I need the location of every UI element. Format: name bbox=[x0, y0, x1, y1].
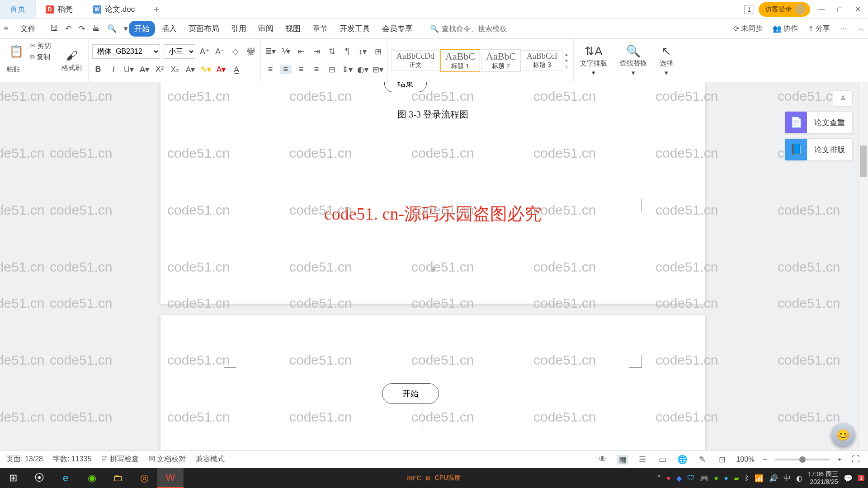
outdent-icon[interactable]: ⇤ bbox=[295, 47, 307, 56]
zoom-in[interactable]: + bbox=[838, 455, 842, 464]
tray-icon[interactable]: ● bbox=[714, 474, 719, 482]
tray-icon[interactable]: ● bbox=[666, 474, 671, 482]
view-web-icon[interactable]: 🌐 bbox=[676, 455, 688, 465]
style-down-icon[interactable]: ▾ bbox=[565, 57, 568, 64]
fullscreen-icon[interactable]: ⛶ bbox=[850, 455, 862, 464]
redo-icon[interactable]: ↷ bbox=[79, 24, 85, 33]
share-button[interactable]: ⇪ 分享 bbox=[808, 24, 830, 33]
highlight-icon[interactable]: ✎▾ bbox=[200, 65, 212, 75]
style-h1[interactable]: AaBbC标题 1 bbox=[440, 49, 480, 72]
bullets-icon[interactable]: ≣▾ bbox=[264, 47, 276, 56]
task-wps[interactable]: W bbox=[157, 468, 184, 488]
view-read-icon[interactable]: ▭ bbox=[656, 455, 668, 465]
menu-member[interactable]: 会员专享 bbox=[377, 21, 418, 37]
shrink-font-icon[interactable]: A⁻ bbox=[214, 47, 226, 56]
eye-icon[interactable]: 👁 bbox=[597, 455, 609, 464]
font-size-select[interactable]: 小三 bbox=[164, 44, 195, 59]
new-tab-button[interactable]: + bbox=[145, 0, 168, 19]
task-edge[interactable]: ◉ bbox=[79, 468, 105, 488]
print-icon[interactable]: 🖶 bbox=[92, 24, 100, 33]
spell-check[interactable]: ☑ 拼写检查 bbox=[101, 455, 138, 464]
menu-chapter[interactable]: 章节 bbox=[307, 21, 333, 37]
menu-file[interactable]: 文件 bbox=[15, 21, 41, 37]
cut-button[interactable]: ✂ 剪切 bbox=[30, 42, 51, 50]
overflow-icon[interactable]: ⋯ bbox=[840, 24, 847, 33]
wifi-icon[interactable]: 📶 bbox=[755, 474, 764, 483]
menu-insert[interactable]: 插入 bbox=[156, 21, 182, 37]
find-replace[interactable]: 🔍查找替换▾ bbox=[617, 42, 650, 79]
tray-icon[interactable]: 🎮 bbox=[700, 474, 709, 483]
sync-status[interactable]: ⟳ 未同步 bbox=[733, 24, 763, 33]
paragraph-mark-icon[interactable]: ¶ bbox=[341, 47, 353, 56]
style-h3[interactable]: AaBbCcI标题 3 bbox=[522, 50, 562, 70]
doc-proof[interactable]: ☒ 文档校对 bbox=[149, 455, 186, 464]
collab-button[interactable]: 👥 协作 bbox=[773, 24, 798, 33]
phonetic-icon[interactable]: 變 bbox=[245, 46, 257, 57]
numbering-icon[interactable]: ⅟▾ bbox=[280, 47, 292, 56]
paper-check-card[interactable]: 📄论文查重 bbox=[785, 111, 853, 134]
guest-login[interactable]: 访客登录 bbox=[759, 2, 810, 17]
collapse-ribbon-icon[interactable]: ︿ bbox=[857, 24, 864, 33]
linespace-top-icon[interactable]: ↕▾ bbox=[357, 47, 368, 56]
zoom-out[interactable]: − bbox=[763, 455, 767, 464]
tabstop-icon[interactable]: ⊞ bbox=[372, 47, 384, 56]
search-input[interactable] bbox=[442, 25, 532, 33]
badge-count[interactable]: 1 bbox=[744, 5, 754, 14]
paper-layout-card[interactable]: 📘论文排版 bbox=[785, 138, 853, 161]
view-outline-icon[interactable]: ☰ bbox=[637, 455, 648, 465]
tray-icon[interactable]: ● bbox=[724, 474, 728, 482]
view-page-icon[interactable]: ▦ bbox=[617, 455, 628, 465]
notification-icon[interactable]: 💬 bbox=[844, 474, 853, 483]
style-h2[interactable]: AaBbC标题 2 bbox=[481, 49, 521, 72]
ime-icon[interactable]: 中 bbox=[783, 474, 791, 483]
line-spacing-icon[interactable]: ⇕▾ bbox=[341, 65, 353, 75]
menu-references[interactable]: 引用 bbox=[226, 21, 252, 37]
tray-up-icon[interactable]: ˄ bbox=[657, 474, 661, 483]
task-app[interactable]: ◎ bbox=[131, 468, 157, 488]
document-area[interactable]: 结束 图 3-3 登录流程图 code51. cn-源码乐园盗图必究 9 开始 … bbox=[0, 82, 858, 468]
menu-start[interactable]: 开始 bbox=[129, 21, 155, 37]
maximize-button[interactable]: ◻ bbox=[833, 3, 846, 16]
system-clock[interactable]: 17:06 周三2021/8/25 bbox=[808, 470, 838, 486]
align-center-icon[interactable]: ≡ bbox=[280, 65, 292, 74]
font-family-select[interactable]: 楷体_GB2312 bbox=[92, 44, 160, 59]
tray-shield-icon[interactable]: 🛡 bbox=[687, 474, 694, 482]
align-right-icon[interactable]: ≡ bbox=[295, 65, 307, 74]
zoom-slider[interactable] bbox=[775, 459, 830, 460]
page-indicator[interactable]: 页面: 13/28 bbox=[6, 455, 43, 464]
start-button[interactable]: ⊞ bbox=[0, 468, 26, 488]
zoom-level[interactable]: 100% bbox=[736, 455, 755, 464]
hamburger-icon[interactable]: ≡ bbox=[4, 24, 9, 33]
underline-icon[interactable]: U▾ bbox=[123, 65, 135, 75]
command-search[interactable]: 🔍 bbox=[430, 24, 532, 33]
tray-icon[interactable]: ◆ bbox=[676, 474, 682, 483]
font-color-icon[interactable]: A▾ bbox=[215, 65, 227, 75]
strike-icon[interactable]: A̶▾ bbox=[138, 65, 150, 75]
paste-button[interactable]: 📋 bbox=[6, 42, 26, 60]
clear-format-icon[interactable]: ◇ bbox=[230, 47, 241, 56]
superscript-icon[interactable]: X² bbox=[154, 65, 165, 74]
close-button[interactable]: ✕ bbox=[851, 3, 864, 16]
italic-icon[interactable]: I bbox=[108, 65, 119, 74]
text-effect-icon[interactable]: A▾ bbox=[184, 65, 196, 75]
tab-home[interactable]: 首页 bbox=[0, 0, 36, 19]
char-border-icon[interactable]: A̲ bbox=[231, 65, 242, 75]
style-up-icon[interactable]: ▴ bbox=[565, 51, 568, 57]
task-ie[interactable]: e bbox=[52, 468, 79, 488]
more-qat-icon[interactable]: ▾ bbox=[124, 24, 128, 33]
text-direction[interactable]: ⇅A文字排版▾ bbox=[577, 42, 610, 79]
shading-icon[interactable]: ◐▾ bbox=[357, 65, 368, 75]
undo-icon[interactable]: ↶ bbox=[65, 24, 71, 33]
fit-icon[interactable]: ⊡ bbox=[716, 455, 728, 465]
style-normal[interactable]: AaBbCcDd正文 bbox=[392, 50, 439, 70]
tray-icon[interactable]: ◐ bbox=[796, 474, 802, 483]
annotate-icon[interactable]: ✎ bbox=[696, 455, 708, 465]
bold-icon[interactable]: B bbox=[92, 65, 104, 74]
select-menu[interactable]: ↖选择▾ bbox=[657, 42, 676, 79]
preview-icon[interactable]: 🔍 bbox=[107, 24, 117, 33]
sort-icon[interactable]: ⇅ bbox=[326, 47, 338, 56]
subscript-icon[interactable]: X₂ bbox=[169, 65, 181, 75]
save-icon[interactable]: 🖫 bbox=[50, 24, 58, 33]
borders-icon[interactable]: ⊞▾ bbox=[372, 65, 384, 75]
task-obs[interactable]: ⦿ bbox=[26, 468, 52, 488]
